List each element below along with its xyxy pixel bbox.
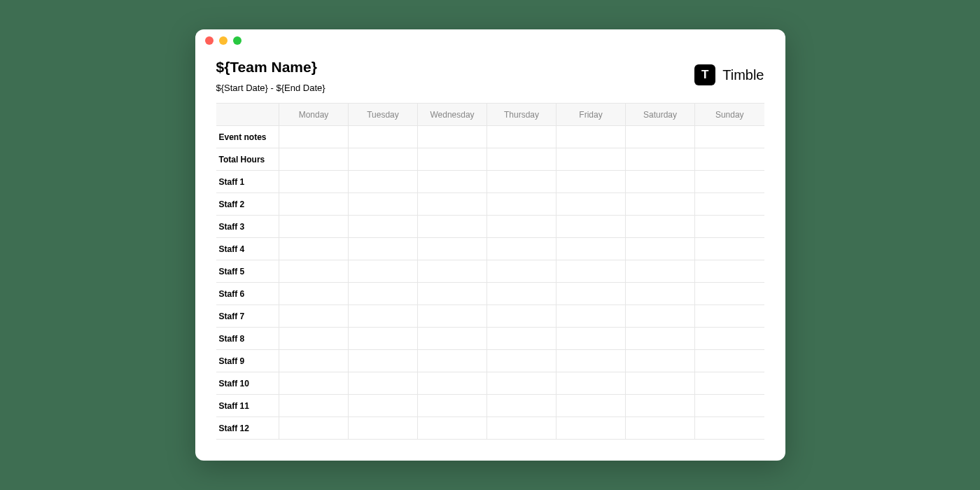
cell: [556, 193, 626, 216]
row-label: Staff 10: [216, 372, 279, 395]
cell: [418, 417, 487, 440]
schedule-table: Monday Tuesday Wednesday Thursday Friday…: [216, 103, 764, 440]
table-body: Event notes Total Hours Staff 1 Staff 2 …: [216, 126, 764, 440]
cell: [279, 395, 349, 417]
table-row: Total Hours: [216, 148, 764, 171]
cell: [626, 305, 695, 328]
cell: [349, 305, 418, 328]
cell: [695, 328, 764, 350]
cell: [695, 193, 764, 216]
row-label: Staff 3: [216, 216, 279, 238]
table-row: Staff 4: [216, 238, 764, 260]
cell: [279, 260, 349, 283]
table-row: Staff 10: [216, 372, 764, 395]
cell: [626, 238, 695, 260]
window-title-bar: [195, 29, 785, 52]
cell: [279, 328, 349, 350]
cell: [418, 305, 487, 328]
cell: [418, 238, 487, 260]
cell: [695, 350, 764, 372]
cell: [556, 417, 626, 440]
cell: [418, 372, 487, 395]
cell: [279, 283, 349, 305]
cell: [418, 216, 487, 238]
cell: [279, 126, 349, 148]
table-row: Staff 6: [216, 283, 764, 305]
cell: [487, 193, 556, 216]
minimize-icon[interactable]: [219, 36, 227, 45]
cell: [349, 417, 418, 440]
cell: [349, 260, 418, 283]
cell: [487, 148, 556, 171]
table-row: Staff 7: [216, 305, 764, 328]
cell: [349, 216, 418, 238]
table-row: Staff 8: [216, 328, 764, 350]
cell: [695, 372, 764, 395]
row-label: Staff 9: [216, 350, 279, 372]
cell: [556, 260, 626, 283]
brand-name: Timble: [722, 67, 764, 83]
table-row: Staff 3: [216, 216, 764, 238]
cell: [349, 193, 418, 216]
cell: [349, 148, 418, 171]
table-row: Staff 12: [216, 417, 764, 440]
cell: [626, 260, 695, 283]
cell: [349, 372, 418, 395]
cell: [556, 350, 626, 372]
row-label: Staff 8: [216, 328, 279, 350]
cell: [626, 126, 695, 148]
cell: [279, 417, 349, 440]
brand-logo-icon: T: [694, 64, 715, 85]
cell: [556, 328, 626, 350]
cell: [626, 216, 695, 238]
cell: [487, 350, 556, 372]
header-wednesday: Wednesday: [418, 104, 487, 126]
cell: [556, 126, 626, 148]
cell: [418, 395, 487, 417]
cell: [418, 260, 487, 283]
header-friday: Friday: [556, 104, 626, 126]
cell: [487, 238, 556, 260]
cell: [695, 417, 764, 440]
brand-logo-letter: T: [701, 68, 708, 82]
header-tuesday: Tuesday: [349, 104, 418, 126]
cell: [626, 171, 695, 193]
cell: [418, 283, 487, 305]
cell: [279, 216, 349, 238]
close-icon[interactable]: [205, 36, 214, 45]
cell: [556, 216, 626, 238]
cell: [626, 148, 695, 171]
header-empty: [216, 104, 279, 126]
app-window: ${Team Name} ${Start Date} - ${End Date}…: [195, 29, 785, 461]
cell: [487, 283, 556, 305]
table-row: Staff 5: [216, 260, 764, 283]
cell: [279, 238, 349, 260]
cell: [418, 350, 487, 372]
cell: [556, 171, 626, 193]
cell: [279, 350, 349, 372]
cell: [626, 417, 695, 440]
cell: [418, 193, 487, 216]
row-label: Staff 4: [216, 238, 279, 260]
cell: [556, 148, 626, 171]
brand: T Timble: [694, 64, 764, 85]
cell: [487, 260, 556, 283]
cell: [487, 126, 556, 148]
cell: [487, 395, 556, 417]
cell: [349, 350, 418, 372]
cell: [695, 305, 764, 328]
cell: [695, 238, 764, 260]
cell: [279, 372, 349, 395]
cell: [626, 372, 695, 395]
cell: [279, 148, 349, 171]
cell: [418, 148, 487, 171]
cell: [487, 417, 556, 440]
cell: [349, 283, 418, 305]
cell: [487, 216, 556, 238]
cell: [556, 238, 626, 260]
table-row: Event notes: [216, 126, 764, 148]
cell: [556, 372, 626, 395]
maximize-icon[interactable]: [233, 36, 241, 45]
cell: [279, 193, 349, 216]
cell: [695, 216, 764, 238]
